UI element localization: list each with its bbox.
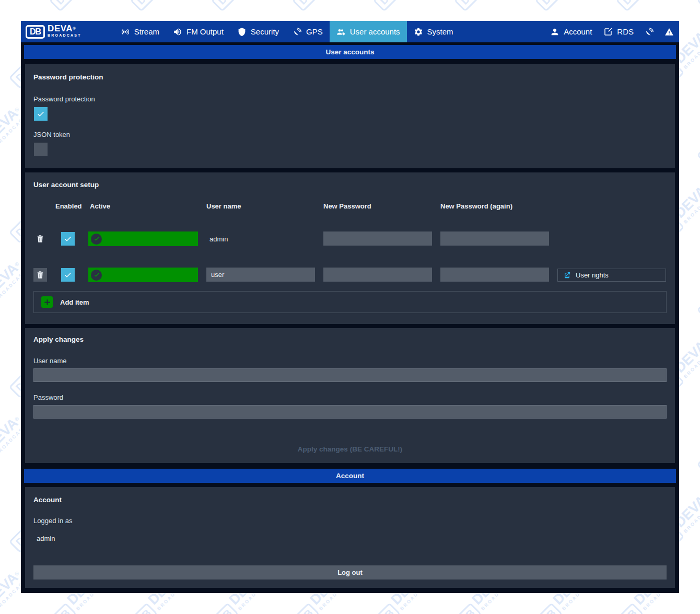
deva-watermark: DBDEVA®BROADCAST — [614, 0, 677, 14]
brand-registered-mark: ® — [73, 26, 76, 31]
page-title-bar: User accounts — [24, 45, 676, 59]
panel-heading: Account — [33, 496, 62, 504]
deva-watermark: DBDEVA®BROADCAST — [209, 0, 272, 14]
enabled-checkbox[interactable] — [61, 232, 75, 246]
edit-icon — [603, 27, 613, 37]
nav-item-label: Account — [564, 27, 592, 36]
column-header-username: User name — [206, 202, 241, 210]
apply-changes-button[interactable]: Apply changes (BE CAREFUL!) — [25, 441, 675, 457]
speaker-icon — [173, 27, 182, 37]
trash-icon — [36, 234, 45, 244]
page-title: User accounts — [325, 48, 374, 56]
user-rights-button[interactable]: User rights — [557, 269, 666, 282]
nav-item-gps[interactable]: GPS — [286, 21, 330, 42]
user-rights-label: User rights — [576, 271, 609, 279]
nav-item-label: User accounts — [350, 27, 400, 36]
nav-item-stream[interactable]: Stream — [114, 21, 166, 42]
external-link-icon — [563, 271, 571, 279]
deva-watermark: DBDEVA®BROADCAST — [695, 569, 700, 614]
table-row-admin: admin — [25, 231, 675, 247]
panel-heading: User account setup — [33, 181, 99, 189]
logout-button[interactable]: Log out — [33, 565, 667, 580]
user-account-setup-panel: User account setup Enabled Active User n… — [25, 172, 675, 324]
trash-icon — [36, 270, 45, 280]
table-row-user: User rights — [25, 267, 675, 283]
account-section-title: Account — [336, 472, 364, 480]
password-protection-checkbox[interactable] — [34, 107, 48, 121]
username-text: admin — [209, 235, 228, 243]
deva-watermark: DBDEVA®BROADCAST — [695, 414, 700, 477]
nav-item-label: GPS — [306, 27, 323, 36]
nav-item-label: RDS — [617, 27, 634, 36]
active-status-indicator — [88, 268, 198, 282]
active-status-indicator — [88, 231, 198, 246]
nav-item-fm-output[interactable]: FM Output — [166, 21, 230, 42]
main-nav: Stream FM Output Security GPS User accou… — [114, 21, 460, 42]
nav-item-security[interactable]: Security — [230, 21, 286, 42]
deva-watermark: DBDEVA®BROADCAST — [695, 0, 700, 14]
password-protection-label: Password protection — [33, 95, 95, 103]
active-check-badge — [91, 270, 102, 281]
panel-heading: Apply changes — [33, 335, 84, 343]
logged-in-user: admin — [37, 535, 55, 542]
json-token-checkbox[interactable] — [34, 143, 48, 156]
broadcast-icon — [121, 27, 130, 37]
panel-heading: Password protection — [33, 73, 103, 81]
satellite-icon — [293, 27, 302, 37]
new-password-again-input[interactable] — [440, 231, 549, 246]
check-icon — [94, 272, 100, 278]
check-icon — [64, 271, 72, 279]
deva-watermark: DBDEVA®BROADCAST — [47, 0, 110, 14]
account-title-bar: Account — [24, 469, 676, 483]
nav-item-system[interactable]: System — [407, 21, 460, 42]
deva-watermark: DBDEVA®BROADCAST — [695, 105, 700, 168]
new-password-input[interactable] — [323, 231, 432, 246]
nav-item-alerts[interactable] — [659, 21, 679, 42]
plus-icon — [41, 296, 53, 308]
check-icon — [37, 110, 45, 118]
nav-item-label: Stream — [134, 27, 159, 36]
username-input[interactable] — [206, 268, 315, 282]
nav-right: Account RDS — [544, 21, 679, 42]
apply-changes-panel: Apply changes User name Password Apply c… — [25, 328, 675, 463]
users-icon — [336, 27, 346, 37]
column-header-new-password-again: New Password (again) — [440, 202, 512, 210]
new-password-again-input[interactable] — [440, 268, 549, 282]
apply-password-input[interactable] — [33, 405, 667, 419]
password-protection-panel: Password protection Password protection … — [25, 64, 675, 168]
add-item-button[interactable]: Add item — [33, 291, 667, 313]
new-password-input[interactable] — [323, 268, 432, 282]
shield-icon — [237, 27, 247, 37]
deva-watermark: DBDEVA®BROADCAST — [452, 0, 515, 14]
satellite-icon — [645, 27, 654, 37]
check-icon — [94, 236, 100, 242]
deva-watermark: DBDEVA®BROADCAST — [371, 0, 434, 14]
brand-subtitle: BROADCAST — [48, 32, 81, 39]
deva-logo-monogram: DB — [26, 25, 45, 39]
delete-row-button[interactable] — [33, 268, 47, 282]
column-header-active: Active — [90, 202, 110, 210]
person-icon — [550, 27, 559, 37]
nav-item-label: Security — [251, 27, 279, 36]
nav-item-user-accounts[interactable]: User accounts — [330, 21, 407, 42]
nav-item-account[interactable]: Account — [544, 21, 598, 42]
nav-item-gps-status[interactable] — [639, 21, 659, 42]
nav-item-rds[interactable]: RDS — [598, 21, 639, 42]
app-window: DB DEVA® BROADCAST Stream FM Output Secu… — [21, 21, 679, 593]
column-header-enabled: Enabled — [55, 202, 82, 210]
logged-in-as-label: Logged in as — [33, 517, 72, 525]
nav-item-label: System — [427, 27, 453, 36]
check-icon — [64, 235, 72, 243]
warning-icon — [664, 27, 674, 37]
gear-icon — [414, 27, 423, 37]
delete-row-button[interactable] — [33, 232, 47, 246]
account-panel: Account Logged in as admin Log out — [25, 487, 675, 588]
apply-username-input[interactable] — [33, 368, 667, 382]
enabled-checkbox[interactable] — [61, 268, 75, 282]
deva-watermark: DBDEVA®BROADCAST — [128, 0, 191, 14]
json-token-label: JSON token — [33, 131, 70, 138]
deva-watermark: DBDEVA®BROADCAST — [533, 0, 596, 14]
deva-watermark: DBDEVA®BROADCAST — [290, 0, 353, 14]
nav-item-label: FM Output — [186, 27, 224, 36]
apply-username-label: User name — [33, 357, 67, 365]
